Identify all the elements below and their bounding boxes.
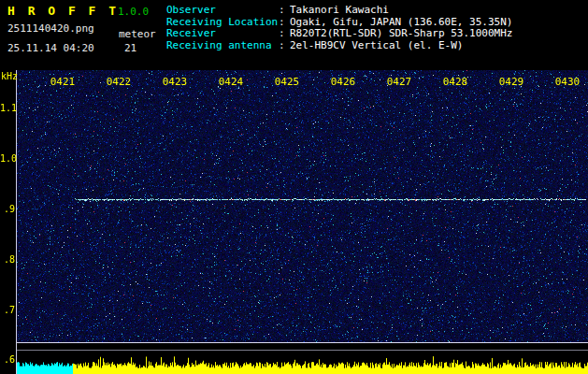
observation-datetime: 25.11.14 04:20 (7, 42, 94, 54)
freq-axis-label: 1.1 (0, 103, 15, 113)
station-info: Observer:Takanori Kawachi Receiving Loca… (166, 5, 587, 51)
time-axis-label: 0426 (330, 77, 356, 87)
time-axis-label: 0422 (106, 77, 132, 87)
info-label: Observer (166, 5, 279, 17)
time-axis-label: 0429 (498, 77, 524, 87)
time-axis-label: 0427 (386, 77, 412, 87)
hrofft-window: H R O F F T 1.0.0 2511140420.png meteor … (0, 0, 588, 374)
info-row-antenna: Receiving antenna:2el-HB9CV Vertical (el… (166, 40, 587, 52)
freq-axis-label: .7 (0, 305, 15, 315)
output-filename: 2511140420.png (7, 22, 94, 35)
info-row-observer: Observer:Takanori Kawachi (166, 5, 587, 17)
freq-axis-label: .6 (0, 354, 15, 365)
app-title: H R O F F T (7, 4, 119, 18)
freq-axis-label: .9 (0, 204, 15, 214)
time-axis-label: 0428 (442, 77, 468, 87)
info-label: Receiver (166, 28, 279, 40)
app-version: 1.0.0 (118, 6, 149, 18)
time-axis-label: 0424 (218, 77, 244, 87)
header: H R O F F T 1.0.0 2511140420.png meteor … (0, 0, 588, 70)
time-axis-label: 0421 (50, 77, 76, 87)
time-axis-label: 0430 (554, 77, 581, 87)
echo-count: 21 (124, 42, 136, 54)
freq-axis-unit: kHz (1, 71, 20, 81)
info-row-receiver: Receiver:R820T2(RTL-SDR) SDR-Sharp 53.10… (166, 28, 587, 40)
freq-axis-label: 1.0 (0, 153, 15, 164)
colon: : (279, 5, 290, 17)
info-value: Takanori Kawachi (290, 5, 389, 17)
freq-axis-label: .8 (0, 254, 15, 265)
info-value: R820T2(RTL-SDR) SDR-Sharp 53.1000MHz (290, 28, 512, 40)
info-label: Receiving antenna (166, 40, 279, 52)
spectrogram-canvas (0, 70, 588, 374)
time-axis-label: 0425 (274, 77, 300, 87)
info-value: 2el-HB9CV Vertical (el. E-W) (290, 40, 463, 52)
time-axis-label: 0423 (162, 77, 188, 87)
mode-label: meteor (119, 28, 156, 40)
colon: : (279, 28, 290, 40)
colon: : (279, 40, 290, 52)
